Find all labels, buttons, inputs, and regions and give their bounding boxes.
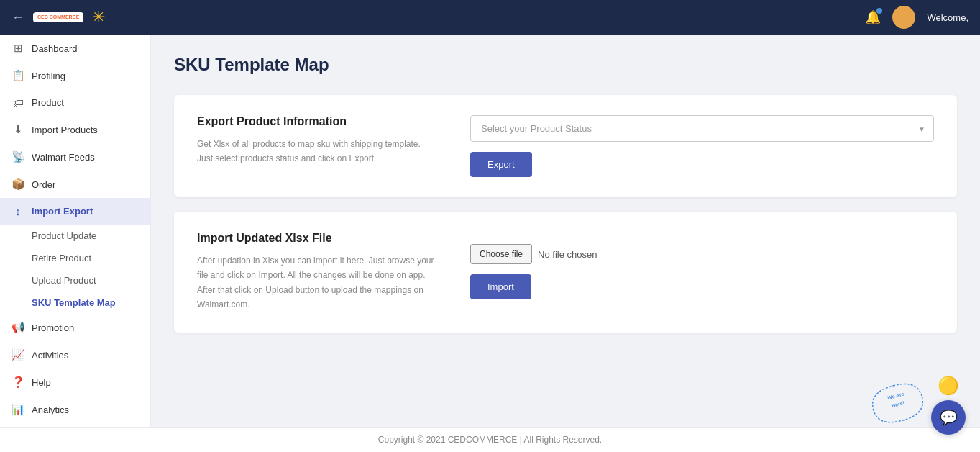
sidebar-item-product[interactable]: 🏷 Product [0,89,150,116]
header-right: 🔔 Welcome, [865,6,968,29]
import-card-right: Choose file No file chosen Import [470,232,934,312]
copyright-text: Copyright © 2021 CEDCOMMERCE | All Right… [378,435,602,445]
import-card-left: Import Updated Xlsx File After updation … [197,232,441,312]
order-icon: 📦 [12,178,24,191]
sidebar: ⊞ Dashboard 📋 Profiling 🏷 Product ⬇ Impo… [0,35,151,427]
walmart-feeds-icon: 📡 [12,150,24,163]
import-button[interactable]: Import [470,274,531,299]
walmart-logo: ✳ [92,8,105,27]
import-export-icon: ↕ [12,205,24,217]
sidebar-item-walmart-feeds[interactable]: 📡 Walmart Feeds [0,143,150,171]
profiling-icon: 📋 [12,69,24,82]
help-icon: ❓ [12,376,24,389]
sidebar-item-sku-template-map[interactable]: SKU Template Map [32,291,150,314]
svg-text:Here!: Here! [891,400,905,408]
product-icon: 🏷 [12,96,24,109]
notification-dot [876,8,882,14]
sidebar-item-product-update[interactable]: Product Update [32,225,150,247]
sidebar-label-import-products: Import Products [32,125,98,135]
analytics-icon: 📊 [12,403,24,416]
export-button[interactable]: Export [470,152,532,177]
promotion-icon: 📢 [12,321,24,334]
sidebar-label-activities: Activities [32,350,68,361]
sidebar-item-order[interactable]: 📦 Order [0,171,150,198]
sidebar-item-promotion[interactable]: 📢 Promotion [0,314,150,341]
notification-bell-icon[interactable]: 🔔 [865,9,881,25]
export-card: Export Product Information Get Xlsx of a… [174,95,957,197]
export-card-desc: Get Xlsx of all products to map sku with… [197,137,441,166]
footer: Copyright © 2021 CEDCOMMERCE | All Right… [0,427,980,452]
layout: ⊞ Dashboard 📋 Profiling 🏷 Product ⬇ Impo… [0,35,980,427]
sidebar-label-product: Product [32,97,64,108]
sidebar-label-order: Order [32,179,55,190]
we-are-here-sticker: We Are Here! [864,375,931,432]
import-card: Import Updated Xlsx File After updation … [174,212,957,333]
import-card-desc: After updation in Xlsx you can import it… [197,253,441,312]
sidebar-label-dashboard: Dashboard [32,43,78,54]
sidebar-label-walmart-feeds: Walmart Feeds [32,152,95,163]
export-card-title: Export Product Information [197,115,441,128]
file-input-row: Choose file No file chosen [470,244,934,264]
sidebar-item-dashboard[interactable]: ⊞ Dashboard [0,35,150,62]
ced-logo: CED COMMERCE [33,12,83,22]
sidebar-label-analytics: Analytics [32,404,69,415]
export-card-left: Export Product Information Get Xlsx of a… [197,115,441,177]
main-content: SKU Template Map Export Product Informat… [151,35,980,427]
back-button[interactable]: ← [12,10,24,25]
sidebar-item-activities[interactable]: 📈 Activities [0,341,150,369]
svg-text:We Are: We Are [887,391,905,400]
sidebar-item-import-products[interactable]: ⬇ Import Products [0,116,150,143]
header-left: ← CED COMMERCE ✳ [12,8,105,27]
sidebar-item-help[interactable]: ❓ Help [0,369,150,396]
import-card-title: Import Updated Xlsx File [197,232,441,245]
sidebar-label-promotion: Promotion [32,322,74,333]
no-file-label: No file chosen [538,249,597,260]
import-products-icon: ⬇ [12,123,24,136]
welcome-label: Welcome, [927,12,968,23]
sidebar-item-import-export[interactable]: ↕ Import Export [0,198,150,225]
sidebar-label-import-export: Import Export [32,206,93,217]
sidebar-item-retire-product[interactable]: Retire Product [32,247,150,269]
sidebar-label-profiling: Profiling [32,71,65,81]
export-card-right: Select your Product Status Export [470,115,934,177]
chat-open-button[interactable]: 💬 [931,400,966,435]
dashboard-icon: ⊞ [12,42,24,55]
product-status-select-wrapper: Select your Product Status [470,115,934,142]
sidebar-sub-menu: Product Update Retire Product Upload Pro… [0,225,150,314]
sidebar-label-help: Help [32,377,51,388]
product-status-select[interactable]: Select your Product Status [470,115,934,142]
sidebar-item-profiling[interactable]: 📋 Profiling [0,62,150,89]
activities-icon: 📈 [12,348,24,361]
page-title: SKU Template Map [174,55,957,75]
chat-widget: We Are Here! 🟡 💬 [869,376,966,435]
app-header: ← CED COMMERCE ✳ 🔔 Welcome, [0,0,980,35]
choose-file-button[interactable]: Choose file [470,244,532,264]
sidebar-item-upload-product[interactable]: Upload Product [32,269,150,291]
avatar[interactable] [892,6,915,29]
sidebar-item-analytics[interactable]: 📊 Analytics [0,396,150,423]
